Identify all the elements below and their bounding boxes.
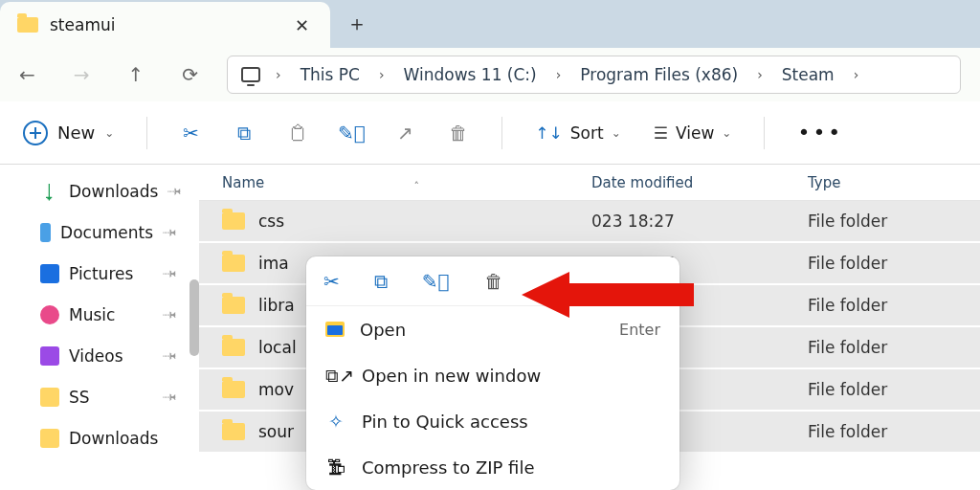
pin-icon: 📌︎ <box>159 261 183 285</box>
context-menu: ✂ ⧉ ✎⃞ 🗑︎ Open Enter ⧉↗ Open in new wind… <box>306 256 679 490</box>
column-name[interactable]: Name˄ <box>199 174 591 191</box>
context-menu-pin[interactable]: ✧ Pin to Quick access <box>306 398 679 444</box>
address-bar-row: ← → ↑ ⟳ › This PC › Windows 11 (C:) › Pr… <box>0 48 980 101</box>
documents-icon <box>40 223 51 242</box>
copy-icon[interactable]: ⧉ <box>234 122 255 144</box>
column-type[interactable]: Type <box>808 174 980 191</box>
rename-icon[interactable]: ✎⃞ <box>341 122 362 144</box>
new-label: New <box>57 122 95 143</box>
file-name: css <box>258 212 284 231</box>
folder-icon <box>17 17 38 33</box>
up-button[interactable]: ↑ <box>128 63 145 86</box>
music-icon <box>40 305 59 324</box>
this-pc-icon <box>241 67 260 82</box>
sidebar-item-downloads[interactable]: ⭣Downloads📌︎ <box>0 170 199 212</box>
chevron-down-icon: ⌄ <box>104 126 114 140</box>
file-name: local <box>258 338 297 357</box>
open-new-window-icon: ⧉↗ <box>325 365 346 387</box>
column-date[interactable]: Date modified <box>591 174 808 191</box>
file-name: mov <box>258 380 294 399</box>
sidebar-item-label: SS <box>69 388 90 407</box>
titlebar: steamui ✕ ＋ <box>0 0 980 48</box>
table-row[interactable]: css023 18:27File folder <box>199 201 980 243</box>
context-menu-zip[interactable]: 🗜︎ Compress to ZIP file <box>306 444 679 490</box>
pin-icon: 📌︎ <box>159 344 183 368</box>
chevron-right-icon[interactable]: › <box>270 67 287 82</box>
column-headers: Name˄ Date modified Type <box>199 165 980 201</box>
chevron-right-icon[interactable]: › <box>848 67 865 82</box>
file-name: sour <box>258 422 294 441</box>
refresh-button[interactable]: ⟳ <box>182 63 198 86</box>
rename-icon[interactable]: ✎⃞ <box>422 270 450 293</box>
chevron-right-icon[interactable]: › <box>550 67 568 82</box>
file-name: libra <box>258 296 295 315</box>
close-tab-button[interactable]: ✕ <box>291 11 313 39</box>
context-menu-open[interactable]: Open Enter <box>306 306 679 352</box>
sidebar-item-label: Pictures <box>69 264 133 283</box>
context-menu-label: Compress to ZIP file <box>362 457 535 478</box>
sort-label: Sort <box>570 123 604 143</box>
pin-icon: 📌︎ <box>159 385 183 409</box>
chevron-right-icon[interactable]: › <box>751 67 768 82</box>
cut-icon[interactable]: ✂ <box>323 270 340 293</box>
folder-icon <box>222 423 245 440</box>
paste-icon[interactable]: 📋︎ <box>287 122 308 144</box>
sidebar-item-label: Videos <box>69 346 123 366</box>
file-type: File folder <box>808 212 980 231</box>
folder-icon <box>40 429 59 448</box>
sidebar: ⭣Downloads📌︎ Documents📌︎ Pictures📌︎ Musi… <box>0 165 199 490</box>
back-button[interactable]: ← <box>19 63 35 86</box>
sidebar-item-music[interactable]: Music📌︎ <box>0 294 199 335</box>
context-menu-label: Pin to Quick access <box>362 412 528 432</box>
sidebar-item-pictures[interactable]: Pictures📌︎ <box>0 253 199 294</box>
separator <box>764 117 765 149</box>
view-label: View <box>676 123 714 143</box>
zip-icon: 🗜︎ <box>325 457 346 478</box>
separator <box>146 117 147 149</box>
sidebar-item-videos[interactable]: Videos📌︎ <box>0 335 199 376</box>
videos-icon <box>40 346 59 366</box>
context-menu-open-new-window[interactable]: ⧉↗ Open in new window <box>306 352 679 398</box>
breadcrumb-item[interactable]: Steam <box>778 65 838 84</box>
download-icon: ⭣ <box>40 180 59 203</box>
view-button[interactable]: ☰ View ⌄ <box>654 123 732 143</box>
window-tab[interactable]: steamui ✕ <box>0 2 330 48</box>
more-button[interactable]: ••• <box>797 121 843 145</box>
file-date: 023 18:27 <box>591 212 808 231</box>
folder-icon <box>222 381 245 398</box>
toolbar: New ⌄ ✂ ⧉ 📋︎ ✎⃞ ↗ 🗑︎ ↑↓ Sort ⌄ ☰ View ⌄ … <box>0 101 980 165</box>
nav-buttons: ← → ↑ ⟳ <box>19 63 198 86</box>
forward-button[interactable]: → <box>74 63 90 86</box>
file-type: File folder <box>808 296 980 315</box>
delete-icon[interactable]: 🗑︎ <box>484 270 503 293</box>
breadcrumb[interactable]: › This PC › Windows 11 (C:) › Program Fi… <box>227 56 961 94</box>
file-type: File folder <box>808 338 980 357</box>
chevron-down-icon: ⌄ <box>722 126 731 140</box>
cut-icon[interactable]: ✂ <box>180 122 201 144</box>
sort-button[interactable]: ↑↓ Sort ⌄ <box>535 123 620 143</box>
plus-circle-icon <box>23 121 48 145</box>
new-tab-button[interactable]: ＋ <box>338 10 376 48</box>
folder-icon <box>40 388 59 407</box>
sidebar-item-label: Documents <box>60 223 153 242</box>
file-type: File folder <box>808 380 980 399</box>
sidebar-scrollbar[interactable] <box>189 279 199 356</box>
sidebar-item-downloads-2[interactable]: Downloads <box>0 417 199 458</box>
sidebar-item-documents[interactable]: Documents📌︎ <box>0 212 199 253</box>
chevron-right-icon[interactable]: › <box>373 67 390 82</box>
sidebar-item-ss[interactable]: SS📌︎ <box>0 376 199 417</box>
file-name: ima <box>258 254 289 273</box>
separator <box>501 117 502 149</box>
sidebar-item-label: Music <box>69 305 115 324</box>
breadcrumb-item[interactable]: This PC <box>297 65 364 84</box>
new-button[interactable]: New ⌄ <box>23 121 114 145</box>
breadcrumb-item[interactable]: Program Files (x86) <box>576 65 742 84</box>
delete-icon[interactable]: 🗑︎ <box>448 122 469 144</box>
folder-icon <box>222 212 245 230</box>
share-icon[interactable]: ↗ <box>394 122 415 144</box>
sort-asc-icon: ˄ <box>414 180 420 192</box>
view-icon: ☰ <box>654 123 668 143</box>
folder-icon <box>222 297 245 314</box>
copy-icon[interactable]: ⧉ <box>374 270 388 293</box>
breadcrumb-item[interactable]: Windows 11 (C:) <box>400 65 541 84</box>
